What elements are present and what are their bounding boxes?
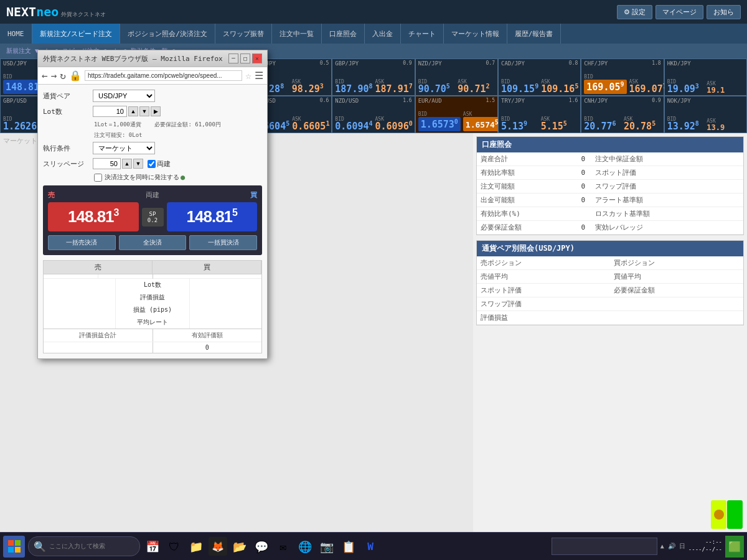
taskbar-word-icon[interactable]: W <box>361 537 380 556</box>
nav-home[interactable]: HOME <box>0 24 32 44</box>
minimize-button[interactable]: ─ <box>228 54 238 63</box>
sp-label: SP <box>146 211 160 217</box>
taskbar-document-icon[interactable]: 📋 <box>339 537 358 556</box>
taskbar-calendar-icon[interactable]: 📅 <box>143 537 162 556</box>
nav-position[interactable]: ポジション照会/決済注文 <box>120 24 215 44</box>
label-swap-eval: スワップ評価 <box>589 180 706 194</box>
value-effective: 0 <box>552 166 589 180</box>
sell-button[interactable]: 148.813 <box>48 202 139 231</box>
pos-row-eval: 評価損益 <box>44 291 261 304</box>
currency-pair-label: 通貨ペア <box>43 91 93 101</box>
pair-header: 通貨ペア別照会(USD/JPY) <box>477 241 743 256</box>
notification-icon[interactable]: 🟩 <box>725 536 744 558</box>
nav-deposit[interactable]: 入出金 <box>365 24 401 44</box>
firefox-controls: ─ □ ✕ <box>228 54 262 63</box>
maximize-button[interactable]: □ <box>240 54 250 63</box>
taskbar-folder-icon[interactable]: 📁 <box>187 537 205 556</box>
lot-play-button[interactable]: ▶ <box>151 106 161 116</box>
value-alert-base <box>706 194 743 207</box>
notify-button[interactable]: お知ら <box>707 5 741 19</box>
taskbar-shield-icon[interactable]: 🛡 <box>165 537 184 556</box>
top-right-buttons: ⚙ 設定 マイページ お知ら <box>617 5 741 19</box>
value-ratio <box>552 207 589 221</box>
sell-lot-label <box>44 274 98 278</box>
nav-chart[interactable]: チャート <box>401 24 444 44</box>
label-withdraw: 出金可能額 <box>477 194 552 207</box>
ticker-euraud[interactable]: EUR/AUD1.5 BID 1.65730 ASK 1.65745 <box>415 96 498 133</box>
taskbar-chat-icon[interactable]: 💬 <box>252 537 271 556</box>
sell-all-button[interactable]: 一括売決済 <box>48 235 116 250</box>
mypage-button[interactable]: マイページ <box>655 5 703 19</box>
ticker-nzdusd[interactable]: NZD/USD1.6 BID 0.60944 ASK 0.60960 <box>332 96 415 133</box>
nav-history[interactable]: 履歴/報告書 <box>507 24 561 44</box>
clock-date: ----/--/-- <box>688 546 722 554</box>
ticker-chfjpy[interactable]: CHF/JPY1.8 BID 169.059 ASK 169.077 <box>581 58 664 96</box>
all-button[interactable]: 全決済 <box>119 235 187 250</box>
reload-icon[interactable]: ↻ <box>60 70 66 82</box>
ticker-tryjpy[interactable]: TRY/JPY1.6 BID 5.139 ASK 5.155 <box>498 96 581 133</box>
taskbar-search-input[interactable] <box>552 538 657 555</box>
ticker-cadjpy[interactable]: CAD/JPY0.8 BID 109.159 ASK 109.165 <box>498 58 581 96</box>
slippage-input[interactable] <box>93 158 121 169</box>
lot-row-center-label: Lot数 <box>116 279 190 291</box>
lot-info: 1Lot＝1,000通貨 必要保証金額: 61,000円 <box>94 121 262 129</box>
execution-select[interactable]: マーケット <box>93 142 155 154</box>
search-bar[interactable]: 🔍 ここに入力して検索 <box>28 536 140 556</box>
pair-row-1: 売ポジション 買ポジション <box>477 256 743 270</box>
label-effective: 有効比率額 <box>477 166 552 180</box>
taskbar-files-icon[interactable]: 📂 <box>230 537 249 556</box>
menu-icon[interactable]: ☰ <box>255 70 263 82</box>
url-input[interactable] <box>85 70 242 81</box>
taskbar-firefox-icon[interactable]: 🦊 <box>209 537 227 556</box>
currency-pair-row: 通貨ペア USD/JPY <box>43 90 262 102</box>
lot-input[interactable] <box>93 106 127 117</box>
svg-rect-0 <box>8 540 14 546</box>
right-panel: 口座照会 資産合計 0 注文中保証金額 有効比率額 0 スポット評価 注文可能額… <box>473 133 747 532</box>
svg-rect-5 <box>727 500 743 529</box>
search-placeholder: ここに入力して検索 <box>49 542 105 551</box>
slippage-up-button[interactable]: ▲ <box>122 159 132 169</box>
nav-orders[interactable]: 注文中一覧 <box>272 24 322 44</box>
back-icon[interactable]: ← <box>42 70 48 82</box>
ticker-cnhjpy[interactable]: CNH/JPY0.9 BID 20.776 ASK 20.785 <box>581 96 664 133</box>
forward-icon[interactable]: → <box>51 70 57 82</box>
slippage-down-button[interactable]: ▼ <box>133 159 143 169</box>
buy-button[interactable]: 148.815 <box>167 202 258 231</box>
ticker-nokjpy[interactable]: NOK/JPY BID 13.928 ASK 13.9 <box>664 96 747 133</box>
lot-stepper: ▲ ▼ ▶ <box>93 106 161 117</box>
taskbar-globe-icon[interactable]: 🌐 <box>296 537 314 556</box>
sell-eval-val <box>44 291 116 304</box>
windows-logo-icon <box>8 540 21 553</box>
label-eval-profit: 評価損益 <box>477 311 592 325</box>
close-button[interactable]: ✕ <box>252 54 262 63</box>
nav-market[interactable]: マーケット情報 <box>444 24 507 44</box>
sell-avgrate-val <box>44 316 116 329</box>
currency-pair-select[interactable]: USD/JPY <box>93 90 155 102</box>
sub-nav-new-order[interactable]: 新規注文 ▼ <box>3 47 42 55</box>
start-button[interactable] <box>3 536 25 558</box>
svg-rect-2 <box>8 547 14 553</box>
simultaneous-checkbox[interactable] <box>94 174 102 182</box>
account-row-6: 必要保証金額 0 実効レバレッジ <box>477 221 743 235</box>
label-leverage: 実効レバレッジ <box>589 221 706 235</box>
settings-button[interactable]: ⚙ 設定 <box>617 5 652 19</box>
nav-swap[interactable]: スワップ振替 <box>215 24 272 44</box>
bookmark-icon[interactable]: ☆ <box>245 70 251 82</box>
buy-all-button[interactable]: 一括買決済 <box>189 235 257 250</box>
taskbar-photo-icon[interactable]: 📷 <box>317 537 336 556</box>
lot-up-button[interactable]: ▲ <box>128 106 138 116</box>
taskbar-mail-icon[interactable]: ✉ <box>274 537 293 556</box>
nav-new-order[interactable]: 新規注文/スピード注文 <box>32 24 121 44</box>
trade-labels: 売 両建 買 <box>48 190 257 200</box>
label-orderable: 注文可能額 <box>477 180 552 194</box>
lot-down-button[interactable]: ▼ <box>139 106 149 116</box>
label-alert-base: アラート基準額 <box>589 194 706 207</box>
sell-pips-val <box>44 304 116 316</box>
ticker-hkdjpy[interactable]: HKD/JPY BID 19.093 ASK 19.1 <box>664 58 747 96</box>
buy-eval-val <box>190 291 262 304</box>
ticker-nzdjpy[interactable]: NZD/JPY0.7 BID 90.705 ASK 90.712 <box>415 58 498 96</box>
ticker-gbpjpy[interactable]: GBP/JPY0.9 BID 187.908 ASK 187.917 <box>332 58 415 96</box>
logo-next: NEXT <box>6 4 36 19</box>
nav-account[interactable]: 口座照会 <box>322 24 365 44</box>
dual-checkbox[interactable] <box>148 160 156 168</box>
